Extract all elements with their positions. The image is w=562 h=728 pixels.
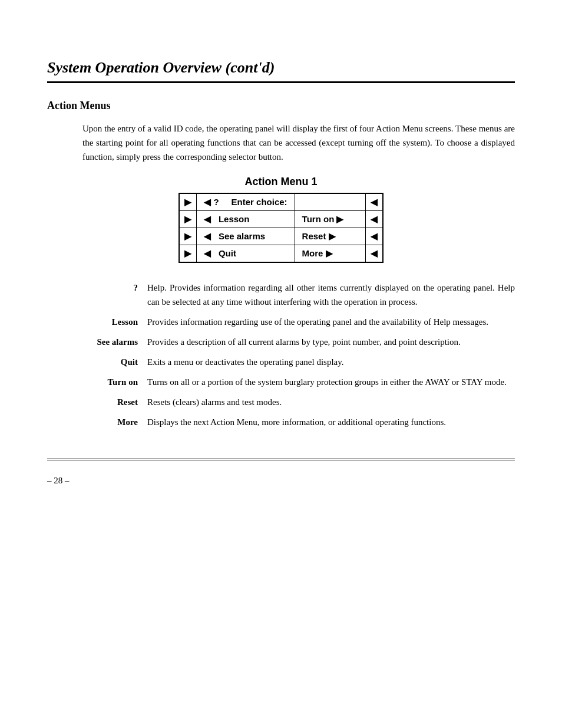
menu-row-3: ▶ ◀ See alarms Reset ▶ ◀ [179,228,382,245]
action-menu-title: Action Menu 1 [244,176,317,188]
menu-row3-left-arrow: ▶ [179,228,197,245]
def-row-question: ? Help. Provides information regarding a… [82,281,515,309]
def-row-lesson: Lesson Provides information regarding us… [82,315,515,329]
menu-row-4: ▶ ◀ Quit More ▶ ◀ [179,245,382,263]
def-term-turn-on: Turn on [82,375,147,389]
def-desc-reset: Resets (clears) alarms and test modes. [147,395,515,409]
menu-row4-label: ◀ Quit [197,245,295,263]
menu-row3-right-arrow: ◀ [365,228,383,245]
def-row-more: More Displays the next Action Menu, more… [82,415,515,429]
def-desc-lesson: Provides information regarding use of th… [147,315,515,329]
page-footer: – 28 – [47,459,515,486]
def-row-see-alarms: See alarms Provides a description of all… [82,335,515,349]
menu-row4-left-arrow: ▶ [179,245,197,263]
page-number: – 28 – [47,476,515,486]
menu-row2-left-arrow: ▶ [179,211,197,228]
menu-row2-right-label: Turn on ▶ [295,211,365,228]
def-desc-question: Help. Provides information regarding all… [147,281,515,309]
def-term-reset: Reset [82,395,147,409]
def-term-see-alarms: See alarms [82,335,147,349]
menu-row4-right-arrow: ◀ [365,245,383,263]
menu-row2-label: ◀ Lesson [197,211,295,228]
def-term-quit: Quit [82,355,147,369]
def-desc-turn-on: Turns on all or a portion of the system … [147,375,515,389]
definition-list: ? Help. Provides information regarding a… [82,281,515,429]
menu-row-2: ▶ ◀ Lesson Turn on ▶ ◀ [179,211,382,228]
def-desc-see-alarms: Provides a description of all current al… [147,335,515,349]
def-term-more: More [82,415,147,429]
def-row-turn-on: Turn on Turns on all or a portion of the… [82,375,515,389]
def-term-lesson: Lesson [82,315,147,329]
intro-paragraph: Upon the entry of a valid ID code, the o… [82,121,515,164]
menu-row1-right-arrow: ◀ [365,193,383,211]
action-menu-container: Action Menu 1 ▶ ◀ ? Enter choice: ◀ ▶ ◀ … [47,176,515,263]
menu-row1-right-label [295,193,365,211]
section-heading: Action Menus [47,100,515,112]
def-desc-more: Displays the next Action Menu, more info… [147,415,515,429]
menu-row2-right-arrow: ◀ [365,211,383,228]
menu-row-1: ▶ ◀ ? Enter choice: ◀ [179,193,382,211]
def-row-reset: Reset Resets (clears) alarms and test mo… [82,395,515,409]
menu-row1-left-arrow: ▶ [179,193,197,211]
action-menu-table: ▶ ◀ ? Enter choice: ◀ ▶ ◀ Lesson Turn on… [178,193,383,263]
menu-row4-right-label: More ▶ [295,245,365,263]
page-title: System Operation Overview (cont'd) [47,59,515,83]
menu-row1-symbol: ◀ ? Enter choice: [197,193,295,211]
def-row-quit: Quit Exits a menu or deactivates the ope… [82,355,515,369]
menu-row3-label: ◀ See alarms [197,228,295,245]
def-desc-quit: Exits a menu or deactivates the operatin… [147,355,515,369]
def-term-question: ? [82,281,147,309]
menu-row3-right-label: Reset ▶ [295,228,365,245]
